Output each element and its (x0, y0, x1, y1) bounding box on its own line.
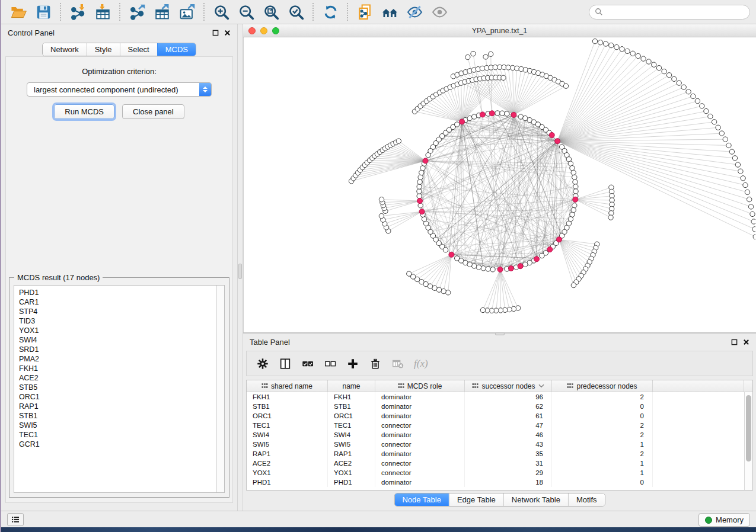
splitter-handle[interactable] (238, 264, 242, 279)
mcds-result-item[interactable]: STP4 (19, 307, 224, 316)
tab-node-table[interactable]: Node Table (394, 493, 449, 506)
hide-selected-button[interactable] (402, 2, 427, 22)
tab-edge-table[interactable]: Edge Table (449, 493, 503, 506)
mcds-result-item[interactable]: PMA2 (19, 354, 224, 364)
zoom-out-button[interactable] (234, 2, 259, 22)
network-graph[interactable] (244, 37, 755, 332)
mcds-result-item[interactable]: SWI4 (19, 335, 224, 345)
table-row[interactable]: YOX1YOX1connector291 (247, 468, 744, 477)
mcds-tab-content: Optimization criterion: largest connecte… (5, 56, 233, 503)
table-row[interactable]: ORC1ORC1dominator610 (247, 411, 744, 421)
function-builder-button[interactable]: f(x) (414, 358, 428, 370)
table-scrollbar-thumb[interactable] (746, 395, 751, 462)
tab-network[interactable]: Network (43, 43, 87, 56)
export-table-button[interactable] (149, 2, 174, 22)
desktop-wallpaper-edge (0, 0, 1, 532)
mcds-result-item[interactable]: TID3 (19, 316, 224, 326)
column-header-shared-name[interactable]: shared name (247, 380, 328, 392)
horizontal-splitter-handle[interactable] (495, 332, 505, 335)
close-window-icon[interactable] (248, 27, 256, 34)
mcds-result-item[interactable]: STB1 (19, 411, 224, 421)
mcds-result-item[interactable]: YOX1 (19, 326, 224, 335)
table-panel-title: Table Panel (250, 338, 290, 347)
column-header-name[interactable]: name (328, 380, 375, 392)
memory-button[interactable]: Memory (698, 513, 750, 527)
mcds-result-item[interactable]: SRD1 (19, 345, 224, 354)
zoom-in-button[interactable] (209, 2, 234, 22)
mcds-result-list[interactable]: PHD1CAR1STP4TID3YOX1SWI4SRD1PMA2FKH1ACE2… (14, 285, 225, 493)
add-row-button[interactable] (346, 357, 359, 370)
new-network-from-selection-button[interactable] (352, 2, 377, 22)
search-input[interactable] (607, 7, 744, 17)
eye-slash-icon (406, 4, 423, 21)
table-scrollbar[interactable] (744, 392, 752, 490)
table-cell: PHD1 (328, 477, 375, 487)
select-all-button[interactable] (301, 357, 314, 370)
deselect-all-button[interactable] (324, 357, 337, 370)
column-header-successor-nodes[interactable]: successor nodes (465, 380, 552, 392)
tab-mcds[interactable]: MCDS (157, 43, 196, 56)
import-network-button[interactable] (65, 2, 90, 22)
table-row[interactable]: FKH1FKH1dominator962 (247, 392, 744, 402)
shared-column-icon (472, 383, 479, 389)
search-field[interactable] (589, 5, 750, 20)
export-network-button[interactable] (125, 2, 149, 22)
import-table-button[interactable] (90, 2, 115, 22)
mcds-result-item[interactable]: TEC1 (19, 430, 224, 440)
table-row[interactable]: STB1STB1dominator620 (247, 402, 744, 411)
mcds-result-item[interactable]: ORC1 (19, 392, 224, 402)
refresh-layout-button[interactable] (318, 2, 343, 22)
mcds-result-item[interactable]: ACE2 (19, 373, 224, 383)
table-cell: SWI5 (328, 440, 375, 449)
network-window-titlebar[interactable]: YPA_prune.txt_1 (243, 24, 756, 37)
mcds-result-item[interactable]: FKH1 (19, 364, 224, 373)
tab-motifs[interactable]: Motifs (568, 493, 605, 506)
first-neighbors-button[interactable] (377, 2, 402, 22)
open-session-button[interactable] (6, 2, 31, 22)
table-row[interactable]: TEC1TEC1connector472 (247, 421, 744, 430)
close-panel-button[interactable]: Close panel (122, 104, 184, 119)
shared-column-icon (567, 383, 573, 389)
delete-row-button[interactable] (369, 357, 382, 370)
float-panel-icon[interactable] (731, 339, 738, 345)
run-mcds-button[interactable]: Run MCDS (54, 104, 114, 119)
table-row[interactable]: PHD1PHD1dominator180 (247, 477, 744, 487)
network-canvas[interactable] (243, 37, 756, 332)
zoom-selected-button[interactable] (283, 2, 308, 22)
export-image-button[interactable] (174, 2, 199, 22)
show-panels-button[interactable] (7, 513, 24, 526)
table-cell: FKH1 (247, 392, 328, 402)
mcds-result-item[interactable]: RAP1 (19, 402, 224, 411)
table-row[interactable]: SWI5SWI5connector431 (247, 440, 744, 449)
table-row[interactable]: ACE2ACE2connector311 (247, 459, 744, 468)
delete-table-button[interactable] (391, 357, 404, 370)
mcds-result-item[interactable]: PHD1 (19, 288, 224, 297)
zoom-window-icon[interactable] (272, 27, 279, 34)
save-session-button[interactable] (31, 2, 56, 22)
tab-style[interactable]: Style (87, 43, 120, 56)
vertical-splitter[interactable] (237, 24, 243, 511)
tab-network-table[interactable]: Network Table (503, 493, 568, 506)
table-cell: 29 (465, 468, 552, 477)
float-panel-icon[interactable] (212, 30, 219, 36)
table-row[interactable]: SWI4SWI4dominator462 (247, 430, 744, 440)
mcds-result-item[interactable]: GCR1 (19, 440, 224, 449)
column-header-predecessor-nodes[interactable]: predecessor nodes (552, 380, 653, 392)
mcds-result-item[interactable]: CAR1 (19, 297, 224, 307)
optimization-criterion-select[interactable]: largest connected component (undirected) (27, 82, 212, 97)
show-all-button[interactable] (427, 2, 452, 22)
gear-icon (256, 357, 269, 370)
result-list-scrollbar[interactable] (216, 286, 224, 492)
show-columns-button[interactable] (279, 357, 292, 370)
zoom-fit-button[interactable] (259, 2, 283, 22)
close-panel-icon[interactable] (743, 339, 749, 345)
column-header-mcds-role[interactable]: MCDS role (375, 380, 465, 392)
mcds-result-item[interactable]: SWI5 (19, 421, 224, 430)
table-settings-button[interactable] (256, 357, 269, 370)
minimize-window-icon[interactable] (260, 27, 267, 34)
tab-select[interactable]: Select (120, 43, 157, 56)
close-panel-icon[interactable] (224, 30, 231, 36)
table-cell: dominator (375, 477, 465, 487)
table-row[interactable]: RAP1RAP1dominator352 (247, 449, 744, 459)
mcds-result-item[interactable]: STB5 (19, 383, 224, 392)
